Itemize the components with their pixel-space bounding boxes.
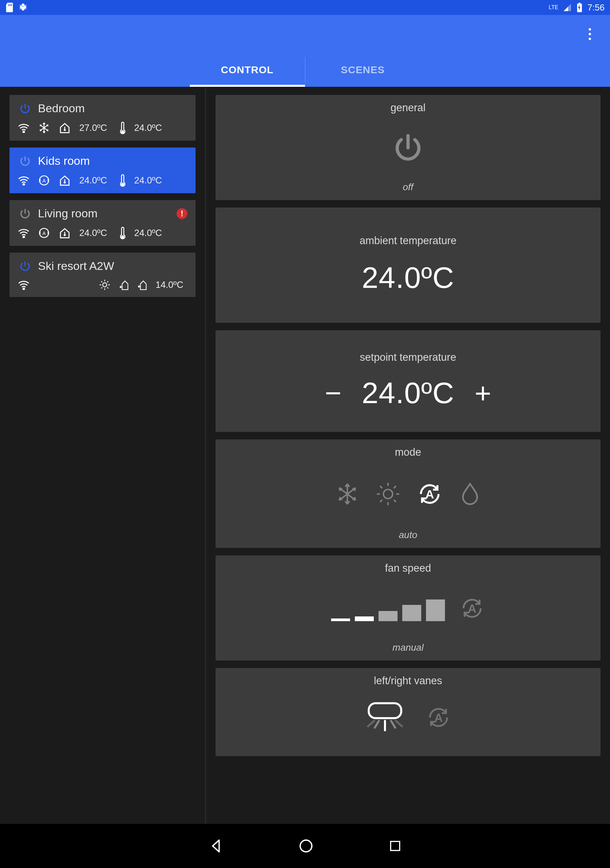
svg-text:A: A [42,178,46,183]
house-setpoint-icon [58,121,71,134]
sun-icon [99,279,111,291]
card-title: fan speed [385,562,431,574]
mode-cool-button[interactable] [335,482,359,506]
card-title: left/right vanes [374,675,442,687]
mode-state: auto [399,530,418,541]
ambient-value: 24.0ºC [134,123,166,133]
svg-point-0 [23,131,25,133]
svg-point-6 [23,236,25,238]
tab-control[interactable]: CONTROL [190,53,305,87]
tab-bar: CONTROL SCENES [0,53,610,87]
mode-dry-button[interactable] [459,482,481,506]
android-status-bar: LTE 7:56 [0,0,610,15]
fan-level-5[interactable] [426,600,445,621]
mode-auto-button[interactable]: A [416,481,443,507]
svg-text:A: A [468,602,476,615]
status-left [5,3,28,12]
overflow-menu-button[interactable] [582,22,598,47]
ambient-value: 24.0ºC [134,228,166,239]
fan-level-2[interactable] [355,617,374,621]
setpoint-value: 24.0ºC [79,175,111,186]
alert-badge: ! [176,208,187,219]
card-setpoint-temperature: setpoint temperature − 24.0ºC + [215,330,601,432]
room-name: Bedroom [38,102,85,115]
auto-mode-icon: A [38,227,50,239]
setpoint-value: 27.0ºC [79,123,111,133]
fan-level-4[interactable] [402,605,421,621]
svg-text:A: A [425,488,434,501]
network-lte-label: LTE [549,5,558,11]
card-ambient-temperature: ambient temperature 24.0ºC [215,208,601,323]
power-state: off [403,182,413,192]
mode-heat-button[interactable] [376,482,400,506]
signal-icon [563,3,572,12]
app-body: Bedroom 27.0ºC 24.0ºC Kids room A [0,87,610,824]
ambient-value: 24.0ºC [134,175,166,186]
vane-auto-button[interactable]: A [426,705,451,730]
room-tile-bedroom[interactable]: Bedroom 27.0ºC 24.0ºC [9,95,195,141]
svg-point-9 [122,236,124,238]
wifi-icon [18,175,30,186]
power-icon [19,208,31,220]
control-panel: general off ambient temperature 24.0ºC s… [206,87,610,824]
thermometer-icon [119,226,126,240]
thermometer-icon [119,174,126,187]
ambient-value: 14.0ºC [156,280,187,290]
setpoint-increase-button[interactable]: + [474,379,491,407]
svg-point-10 [23,288,25,290]
svg-point-12 [384,490,393,499]
room-name: Living room [38,207,98,220]
fan-level-3[interactable] [379,611,398,621]
svg-point-11 [103,283,107,287]
nav-recent-button[interactable] [389,839,402,853]
card-mode: mode A auto [215,439,601,548]
fan-auto-button[interactable]: A [459,595,485,621]
room-name: Ski resort A2W [38,259,114,273]
thermometer-icon [119,121,126,135]
android-nav-bar [0,824,610,868]
wifi-icon [18,280,30,290]
house-setpoint-icon [58,226,71,239]
tab-scenes[interactable]: SCENES [305,53,421,87]
snowflake-icon [38,122,50,134]
app-header: CONTROL SCENES [0,15,610,87]
status-right: LTE 7:56 [549,2,605,13]
power-toggle[interactable] [392,132,424,164]
fan-state: manual [392,642,424,653]
svg-rect-18 [391,842,400,851]
wifi-icon [18,123,30,133]
svg-point-1 [122,130,124,133]
svg-point-17 [300,840,312,852]
power-icon [19,102,31,115]
clock: 7:56 [587,2,605,13]
setpoint-value: 24.0ºC [79,228,111,239]
svg-text:A: A [434,711,443,724]
tank-in-icon [119,279,129,291]
room-tile-kids-room[interactable]: Kids room A 24.0ºC 24.0ºC [9,147,195,193]
setpoint-decrease-button[interactable]: − [325,379,341,407]
card-general: general off [215,95,601,200]
card-vanes: left/right vanes A [215,668,601,756]
room-tile-ski-resort[interactable]: Ski resort A2W 14.0ºC [9,253,195,297]
vane-swing-button[interactable] [365,701,405,735]
auto-mode-icon: A [38,174,50,186]
battery-charging-icon [576,3,582,12]
tank-out-icon [137,279,147,291]
svg-rect-15 [369,703,401,718]
android-debug-icon [18,3,28,12]
card-title: mode [395,446,421,459]
nav-back-button[interactable] [208,838,224,854]
room-tile-living-room[interactable]: Living room ! A 24.0ºC 24.0ºC [9,200,195,246]
svg-point-2 [23,184,25,186]
nav-home-button[interactable] [298,838,314,854]
setpoint-temperature-value: 24.0ºC [362,376,454,410]
fan-level-1[interactable] [331,618,350,621]
room-name: Kids room [38,154,90,167]
ambient-temperature-value: 24.0ºC [362,260,454,295]
wifi-icon [18,228,30,238]
house-setpoint-icon [58,174,71,187]
power-icon [19,155,31,167]
sd-card-icon [5,3,14,12]
svg-point-5 [122,183,124,186]
power-icon [19,260,31,272]
